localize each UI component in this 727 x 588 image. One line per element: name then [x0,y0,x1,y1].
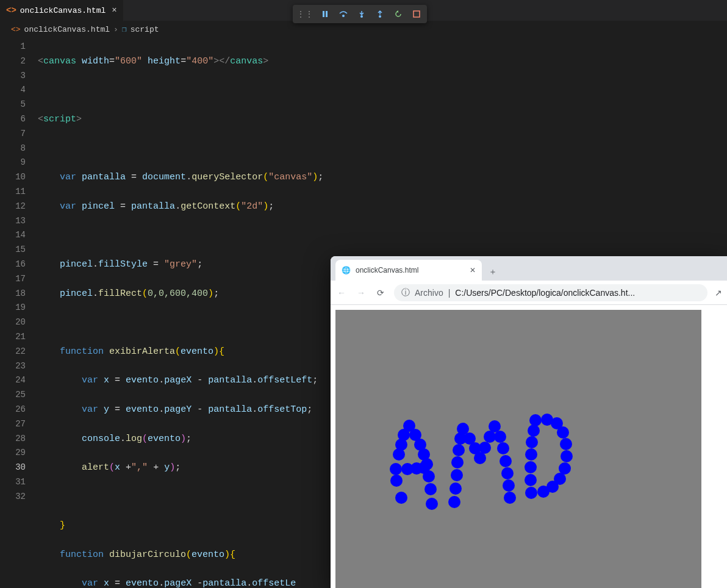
restart-button[interactable] [392,7,405,21]
line-number: 28 [0,432,26,446]
step-into-button[interactable] [355,7,368,21]
painted-dot [501,467,514,479]
line-number: 4 [0,83,26,98]
close-icon[interactable]: × [112,5,116,15]
line-number: 30 [0,461,26,475]
painted-dot [525,487,537,499]
painted-dot [500,455,512,467]
line-number: 29 [0,446,26,461]
pause-button[interactable] [318,7,332,21]
line-number: 23 [0,359,26,374]
painted-dot [529,414,542,426]
svg-point-4 [379,15,381,18]
painted-dot [479,442,491,454]
svg-rect-1 [326,11,328,17]
html-file-icon: <> [11,25,21,34]
painted-dot [418,462,430,474]
line-number: 25 [0,388,26,403]
line-number: 8 [0,142,26,156]
reload-button[interactable]: ⟳ [374,288,387,298]
address-bar[interactable]: ⓘ Archivo | C:/Users/PC/Desktop/logica/o… [394,284,707,301]
painted-dot [560,438,572,450]
line-number: 1 [0,40,26,54]
line-number: 2 [0,54,26,69]
painted-dot [494,431,506,443]
painted-dot [525,461,537,473]
canvas-element[interactable] [335,310,701,588]
drag-grip-icon[interactable]: ⋮⋮ [296,9,313,20]
line-number: 5 [0,98,26,112]
painted-dot [525,448,537,461]
painted-dot [497,442,509,454]
painted-dot [395,492,407,504]
painted-dot [504,492,516,504]
breadcrumb[interactable]: <> onclickCanvas.html › ❐ script [0,21,727,37]
breadcrumb-symbol[interactable]: script [131,25,159,34]
painted-dot [503,479,515,492]
line-number: 3 [0,69,26,84]
browser-tab-strip: 🌐 onclickCanvas.html ✕ ＋ [331,256,727,281]
breadcrumb-file[interactable]: onclickCanvas.html [24,25,110,34]
line-number: 31 [0,475,26,490]
painted-dot [557,426,569,439]
line-number: 7 [0,127,26,142]
painted-dot [560,450,573,462]
globe-icon: 🌐 [342,266,351,274]
svg-rect-5 [414,11,420,17]
painted-dot [453,444,465,456]
debug-toolbar[interactable]: ⋮⋮ [293,5,427,23]
line-number: 20 [0,315,26,330]
painted-dot [537,486,550,498]
chevron-right-icon: › [113,25,118,34]
line-number: 9 [0,156,26,170]
line-number: 27 [0,417,26,432]
line-number: 12 [0,199,26,214]
painted-dot [525,474,537,486]
line-number: 22 [0,345,26,359]
tab-filename: onclickCanvas.html [20,6,106,15]
editor-tab[interactable]: <> onclickCanvas.html × [0,0,124,21]
url-path: C:/Users/PC/Desktop/logica/onclickCanvas… [455,288,635,298]
line-number: 18 [0,287,26,301]
line-number: 19 [0,301,26,315]
svg-rect-0 [323,11,324,17]
line-number: 15 [0,243,26,257]
line-number: 21 [0,330,26,345]
browser-content [331,305,727,588]
line-number: 6 [0,112,26,127]
step-over-button[interactable] [337,7,350,21]
line-number: 11 [0,185,26,199]
browser-tab[interactable]: 🌐 onclickCanvas.html ✕ [335,260,482,281]
browser-toolbar: ← → ⟳ ⓘ Archivo | C:/Users/PC/Desktop/lo… [331,281,727,305]
svg-point-2 [342,15,345,17]
forward-button[interactable]: → [355,288,367,298]
back-button[interactable]: ← [335,288,348,298]
painted-dot [451,456,464,468]
line-number: 10 [0,170,26,185]
painted-dot [426,498,438,510]
url-scheme-label: Archivo [415,288,443,298]
painted-dot [390,475,403,487]
html-file-icon: <> [6,5,16,15]
browser-tab-title: onclickCanvas.html [356,266,418,274]
line-number: 24 [0,373,26,388]
url-separator: | [448,288,451,298]
info-icon: ⓘ [401,287,410,298]
line-number: 17 [0,272,26,287]
painted-dot [448,496,460,508]
painted-dot [526,436,538,448]
browser-window[interactable]: 🌐 onclickCanvas.html ✕ ＋ ← → ⟳ ⓘ Archivo… [331,256,727,588]
share-icon[interactable]: ↗ [715,288,722,298]
symbol-icon: ❐ [122,24,127,34]
painted-dot [390,463,402,475]
painted-dot [451,469,463,481]
step-out-button[interactable] [373,7,387,21]
painted-dot [474,452,486,464]
new-tab-button[interactable]: ＋ [484,264,501,281]
painted-dot [528,425,540,437]
line-number: 13 [0,214,26,229]
close-icon[interactable]: ✕ [470,266,476,274]
stop-button[interactable] [410,7,423,21]
line-gutter: 1 2 3 4 5 6 7 8 9 10 11 12 13 14 15 16 1… [0,37,38,588]
painted-dot [449,482,462,495]
